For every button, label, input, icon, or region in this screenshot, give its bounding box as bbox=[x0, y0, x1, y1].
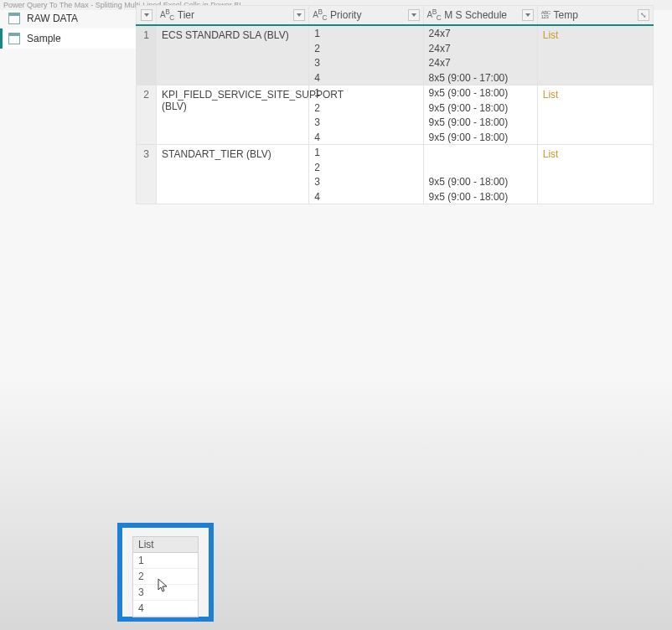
table-row[interactable]: 3 STANDART_TIER (BLV) 1 2 3 4 9x5 (9:00 … bbox=[137, 145, 654, 204]
cell-schedule[interactable]: 9x5 (9:00 - 18:00) 9x5 (9:00 - 18:00) 9x… bbox=[423, 85, 537, 145]
queries-sidebar: RAW DATA Sample bbox=[0, 5, 136, 49]
row-index: 1 bbox=[137, 25, 157, 85]
column-label: Temp bbox=[554, 9, 578, 21]
list-item[interactable]: 4 bbox=[133, 601, 198, 617]
data-preview: ABC Tier ABC Priority bbox=[136, 5, 672, 204]
column-header-temp[interactable]: ABC123 Temp bbox=[537, 6, 653, 26]
column-label: M S Schedule bbox=[444, 9, 507, 21]
text-type-icon: ABC bbox=[427, 8, 442, 22]
filter-dropdown-icon[interactable] bbox=[293, 9, 305, 21]
cell-tier[interactable]: KPI_FIELD_SERVICE_SITE_SUPPORT (BLV) bbox=[157, 85, 309, 145]
expand-icon[interactable] bbox=[638, 9, 649, 21]
cell-temp[interactable]: List bbox=[537, 25, 653, 85]
sidebar-item-raw-data[interactable]: RAW DATA bbox=[0, 8, 136, 28]
any-type-icon: ABC123 bbox=[541, 11, 551, 19]
sidebar-item-label: RAW DATA bbox=[27, 13, 78, 24]
cell-temp[interactable]: List bbox=[537, 85, 653, 145]
filter-dropdown-icon[interactable] bbox=[408, 9, 420, 21]
list-item[interactable]: 3 bbox=[133, 585, 198, 601]
table-row[interactable]: 1 ECS STANDARD SLA (BLV) 1 2 3 4 24x7 24… bbox=[137, 25, 654, 85]
filter-dropdown-icon[interactable] bbox=[522, 9, 534, 21]
list-item[interactable]: 1 bbox=[133, 553, 198, 569]
column-header-priority[interactable]: ABC Priority bbox=[309, 6, 423, 26]
table-icon bbox=[8, 33, 20, 44]
column-label: Tier bbox=[178, 9, 194, 21]
row-index: 2 bbox=[137, 85, 157, 145]
list-preview-panel: List 1 2 3 4 bbox=[117, 523, 214, 622]
table-row[interactable]: 2 KPI_FIELD_SERVICE_SITE_SUPPORT (BLV) 1… bbox=[137, 85, 654, 145]
sidebar-item-label: Sample bbox=[27, 33, 61, 44]
cell-priority[interactable]: 1 2 3 4 bbox=[309, 145, 423, 204]
data-grid: ABC Tier ABC Priority bbox=[136, 5, 654, 204]
column-header-tier[interactable]: ABC Tier bbox=[157, 6, 309, 26]
preview-header[interactable]: List bbox=[133, 537, 198, 553]
table-icon bbox=[8, 13, 20, 24]
list-item[interactable]: 2 bbox=[133, 569, 198, 585]
row-index-header[interactable] bbox=[137, 6, 157, 26]
cell-tier[interactable]: ECS STANDARD SLA (BLV) bbox=[157, 25, 309, 85]
cell-schedule[interactable]: 24x7 24x7 24x7 8x5 (9:00 - 17:00) bbox=[423, 25, 537, 85]
cell-temp[interactable]: List bbox=[537, 145, 653, 204]
column-header-schedule[interactable]: ABC M S Schedule bbox=[423, 6, 537, 26]
column-label: Priority bbox=[330, 9, 361, 21]
text-type-icon: ABC bbox=[160, 8, 174, 22]
cell-priority[interactable]: 1 2 3 4 bbox=[309, 25, 423, 85]
cell-tier[interactable]: STANDART_TIER (BLV) bbox=[157, 145, 309, 204]
text-type-icon: ABC bbox=[313, 8, 327, 22]
row-index: 3 bbox=[137, 145, 157, 204]
sidebar-item-sample[interactable]: Sample bbox=[0, 28, 136, 49]
table-menu-icon[interactable] bbox=[141, 9, 152, 21]
cell-schedule[interactable]: 9x5 (9:00 - 18:00) 9x5 (9:00 - 18:00) bbox=[423, 145, 537, 204]
